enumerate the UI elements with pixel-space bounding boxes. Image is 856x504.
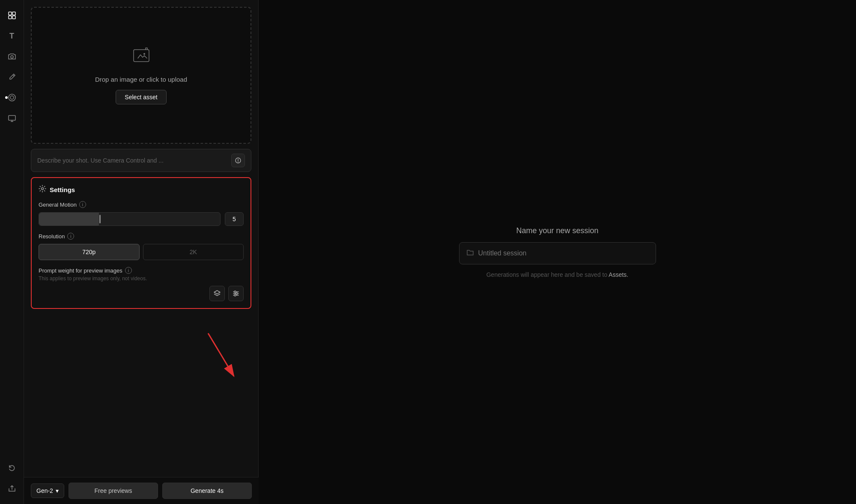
resolution-720p-button[interactable]: 720p [39, 244, 140, 260]
assets-link[interactable]: Assets. [608, 271, 628, 278]
svg-point-13 [236, 293, 238, 294]
svg-rect-1 [12, 12, 15, 15]
sidebar-icon-text[interactable]: T [3, 27, 21, 44]
resolution-label: Resolution i [39, 233, 244, 240]
svg-point-5 [10, 96, 14, 99]
motion-slider[interactable] [39, 212, 221, 226]
session-input-wrapper [459, 242, 656, 264]
generations-text: Generations will appear here and be save… [486, 271, 629, 278]
settings-icon [39, 185, 46, 194]
right-panel: Name your new session Generations will a… [259, 0, 856, 504]
sliders-button[interactable] [228, 286, 244, 301]
resolution-info[interactable]: i [67, 233, 74, 240]
upload-area[interactable]: Drop an image or click to upload Select … [31, 7, 251, 144]
settings-title: Settings [39, 185, 244, 194]
prompt-weight-desc: This applies to preview images only, not… [39, 276, 244, 282]
gen-label: Gen-2 [36, 487, 53, 494]
svg-rect-2 [9, 16, 12, 19]
free-previews-button[interactable]: Free previews [69, 483, 158, 499]
resolution-section: Resolution i 720p 2K [39, 233, 244, 260]
general-motion-info[interactable]: i [79, 201, 86, 208]
svg-point-4 [11, 56, 13, 58]
sidebar-icon-layers[interactable] [3, 89, 21, 106]
select-asset-button[interactable]: Select asset [116, 90, 166, 104]
layers-button[interactable] [209, 286, 225, 301]
general-motion-section: General Motion i 5 [39, 201, 244, 226]
prompt-area [31, 149, 251, 172]
svg-rect-0 [9, 12, 12, 15]
settings-label: Settings [50, 186, 75, 193]
generate-button[interactable]: Generate 4s [162, 483, 252, 499]
session-folder-icon [466, 249, 474, 258]
sidebar-icon-camera[interactable] [3, 48, 21, 65]
svg-rect-7 [9, 116, 15, 120]
prompt-hint-button[interactable] [231, 154, 245, 167]
svg-point-11 [42, 188, 44, 190]
prompt-weight-title: Prompt weight for preview images i [39, 267, 244, 274]
prompt-input[interactable] [37, 157, 227, 164]
motion-value: 5 [225, 212, 244, 226]
sidebar-icon-monitor[interactable] [3, 110, 21, 127]
sidebar-icon-export[interactable] [3, 480, 21, 497]
settings-panel: Settings General Motion i 5 [31, 177, 251, 309]
sidebar: T [0, 0, 24, 504]
bottom-toolbar: Gen-2 ▾ Free previews Generate 4s [24, 477, 259, 504]
svg-rect-3 [12, 16, 15, 19]
upload-text: Drop an image or click to upload [95, 76, 187, 83]
prompt-weight-section: Prompt weight for preview images i This … [39, 267, 244, 301]
svg-point-14 [234, 294, 236, 296]
svg-point-9 [143, 53, 145, 55]
sidebar-icon-edit[interactable] [3, 68, 21, 86]
sidebar-icon-undo[interactable] [3, 460, 21, 477]
upload-icon [132, 46, 151, 69]
prompt-weight-info[interactable]: i [125, 267, 132, 274]
session-name-input[interactable] [478, 249, 649, 257]
gen-chevron-icon: ▾ [56, 487, 59, 494]
general-motion-label: General Motion i [39, 201, 244, 208]
svg-point-12 [234, 291, 236, 293]
svg-point-6 [9, 94, 15, 101]
session-name-container: Name your new session Generations will a… [459, 226, 656, 278]
gen-selector[interactable]: Gen-2 ▾ [31, 483, 64, 498]
resolution-2k-button[interactable]: 2K [143, 244, 244, 260]
sidebar-icon-grid[interactable] [3, 7, 21, 24]
session-title: Name your new session [516, 226, 598, 235]
